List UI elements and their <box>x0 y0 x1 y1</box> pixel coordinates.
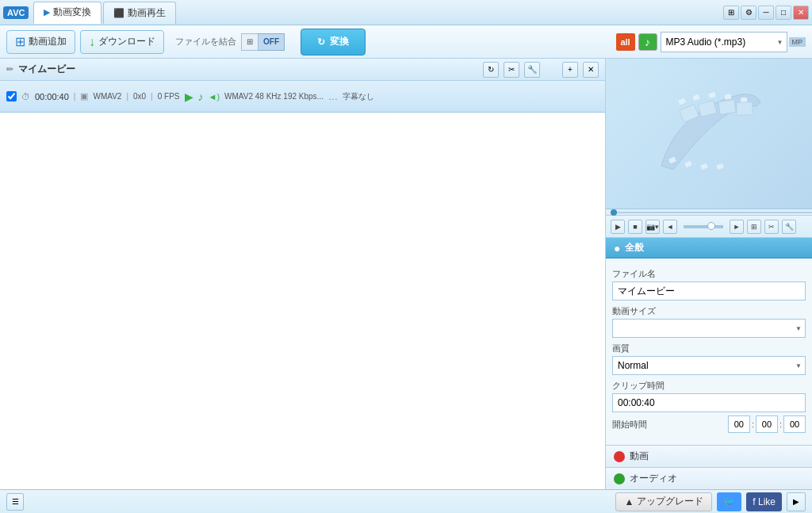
add-video-label: 動画追加 <box>29 35 67 48</box>
download-label: ダウンロード <box>98 35 155 48</box>
bottom-list-icon[interactable]: ☰ <box>6 493 24 511</box>
svg-rect-3 <box>725 94 732 99</box>
app-logo: AVC <box>3 6 29 19</box>
video-size-label: 動画サイズ <box>612 305 806 317</box>
tools-button[interactable]: 🔧 <box>782 220 796 234</box>
play-button[interactable]: ▶ <box>611 220 625 234</box>
upgrade-label: アップグレード <box>637 495 703 508</box>
video-section-button[interactable]: 動画 <box>606 445 812 467</box>
clock-icon: ⏱ <box>21 92 30 101</box>
toggle-grid-icon: ⊞ <box>241 33 259 51</box>
play-icon: ⬛ <box>113 8 124 18</box>
audio-section-label: オーディオ <box>630 472 677 485</box>
file-item-checkbox[interactable] <box>6 91 17 101</box>
toolbar: ⊞ 動画追加 ↓ ダウンロード ファイルを結合 ⊞ OFF ↻ 変換 all ♪… <box>0 25 812 59</box>
stop-button[interactable]: ■ <box>628 220 642 234</box>
convert-refresh-icon: ↻ <box>317 36 325 48</box>
panel-refresh-btn[interactable]: ↻ <box>483 62 499 78</box>
filename-label: ファイル名 <box>612 268 806 280</box>
combine-label: ファイルを結合 <box>175 36 236 48</box>
clip-time-label: クリップ時間 <box>612 380 806 392</box>
convert-button[interactable]: ↻ 変換 <box>301 29 366 56</box>
svg-rect-12 <box>737 101 753 115</box>
volume-up-button[interactable]: ► <box>730 220 744 234</box>
format-select-wrapper: MP3 Audio (*.mp3) MP4 Video (*.mp4) AVI … <box>661 32 787 52</box>
file-panel-header: ✏ マイムービー ↻ ✂ 🔧 + ✕ <box>0 59 605 81</box>
panel-cut-btn[interactable]: ✂ <box>504 62 519 78</box>
snapshot-button[interactable]: ⊞ <box>747 220 761 234</box>
mp3-badge: MP <box>789 37 806 47</box>
audio-section-button[interactable]: オーディオ <box>606 467 812 489</box>
panel-settings-btn[interactable]: 🔧 <box>524 62 540 78</box>
tab-play[interactable]: ⬛ 動画再生 <box>103 2 176 24</box>
player-progress-bar[interactable] <box>606 209 812 216</box>
volume-slider[interactable] <box>684 225 723 228</box>
combine-section: ファイルを結合 ⊞ OFF <box>175 33 285 51</box>
speaker-icon: ◄) <box>209 92 220 101</box>
twitter-icon: 🐦 <box>723 496 735 507</box>
restore-btn[interactable]: ⊞ <box>723 6 739 20</box>
start-time-seconds[interactable] <box>783 415 806 433</box>
panel-close-btn[interactable]: ✕ <box>583 62 599 78</box>
audio-section-dot <box>614 473 625 484</box>
close-btn[interactable]: ✕ <box>793 6 809 20</box>
upgrade-button[interactable]: ▲ アップグレード <box>615 492 712 511</box>
file-subtitle: 字幕なし <box>343 91 374 102</box>
svg-rect-7 <box>700 163 708 169</box>
volume-down-button[interactable]: ◄ <box>663 220 677 234</box>
minimize-btn[interactable]: ─ <box>758 6 774 20</box>
format-select[interactable]: MP3 Audio (*.mp3) MP4 Video (*.mp4) AVI … <box>661 32 787 52</box>
nav-right-button[interactable]: ▶ <box>787 492 806 511</box>
add-video-icon: ⊞ <box>15 34 25 49</box>
player-controls: ▶ ■ 📷▾ ◄ ► ⊞ ✂ 🔧 <box>606 216 812 238</box>
main-content: ✏ マイムービー ↻ ✂ 🔧 + ✕ ⏱ 00:00:40 | ▣ WMAV2 … <box>0 59 812 489</box>
format-audio-icon: ♪ <box>638 33 657 51</box>
screenshot-dropdown[interactable]: 📷▾ <box>645 220 660 234</box>
convert-icon: ▶ <box>44 7 50 17</box>
svg-rect-8 <box>716 163 723 170</box>
settings-header: ● 全般 <box>606 238 812 258</box>
video-codec-icon: ▣ <box>80 91 88 101</box>
title-bar: AVC ▶ 動画変換 ⬛ 動画再生 ⊞ ⚙ ─ □ ✕ <box>0 0 812 25</box>
convert-label: 変換 <box>330 35 349 48</box>
download-button[interactable]: ↓ ダウンロード <box>80 30 164 54</box>
volume-knob <box>707 222 715 230</box>
video-size-select[interactable] <box>612 319 806 338</box>
quality-select[interactable]: Normal High Low <box>612 356 806 375</box>
file-resolution: 0x0 <box>133 92 146 101</box>
twitter-button[interactable]: 🐦 <box>717 492 741 511</box>
file-audio-codec: WMAV2 48 KHz 192 Kbps... <box>224 92 324 101</box>
maximize-btn[interactable]: □ <box>776 6 791 20</box>
video-section-dot <box>614 451 625 462</box>
preview-area <box>606 59 812 209</box>
toggle-off-label[interactable]: OFF <box>259 33 285 51</box>
format-section: all ♪ MP3 Audio (*.mp3) MP4 Video (*.mp4… <box>616 32 806 52</box>
settings-btn[interactable]: ⚙ <box>741 6 756 20</box>
audio-more-icon: … <box>328 91 338 102</box>
download-icon: ↓ <box>89 35 95 49</box>
file-fps: 0 FPS <box>158 92 180 101</box>
svg-rect-11 <box>718 99 736 114</box>
svg-rect-0 <box>678 98 686 105</box>
file-list-item[interactable]: ⏱ 00:00:40 | ▣ WMAV2 | 0x0 | 0 FPS ▶ ♪ ◄… <box>0 81 605 113</box>
settings-body: ファイル名 動画サイズ 画質 Normal High Low クリップ時間 <box>606 258 812 445</box>
start-time-hours[interactable] <box>728 415 750 433</box>
filename-input[interactable] <box>612 281 806 301</box>
add-video-button[interactable]: ⊞ 動画追加 <box>6 30 75 54</box>
format-all-icon: all <box>616 33 635 51</box>
quality-select-wrapper: Normal High Low <box>612 356 806 375</box>
audio-icon: ♪ <box>198 90 204 103</box>
file-video-codec: WMAV2 <box>93 92 121 101</box>
trim-button[interactable]: ✂ <box>764 220 779 234</box>
quality-label: 画質 <box>612 343 806 354</box>
facebook-button[interactable]: f Like <box>746 492 782 511</box>
clip-time-input[interactable] <box>612 393 806 412</box>
tab-play-label: 動画再生 <box>128 6 166 20</box>
file-panel-title: マイムービー <box>18 63 478 76</box>
combine-toggle[interactable]: ⊞ OFF <box>241 33 285 51</box>
bottom-right: ▲ アップグレード 🐦 f Like ▶ <box>615 492 806 511</box>
start-time-minutes[interactable] <box>756 415 778 433</box>
panel-add-btn[interactable]: + <box>562 62 578 78</box>
tab-convert[interactable]: ▶ 動画変換 <box>33 2 102 24</box>
svg-rect-6 <box>684 160 692 167</box>
